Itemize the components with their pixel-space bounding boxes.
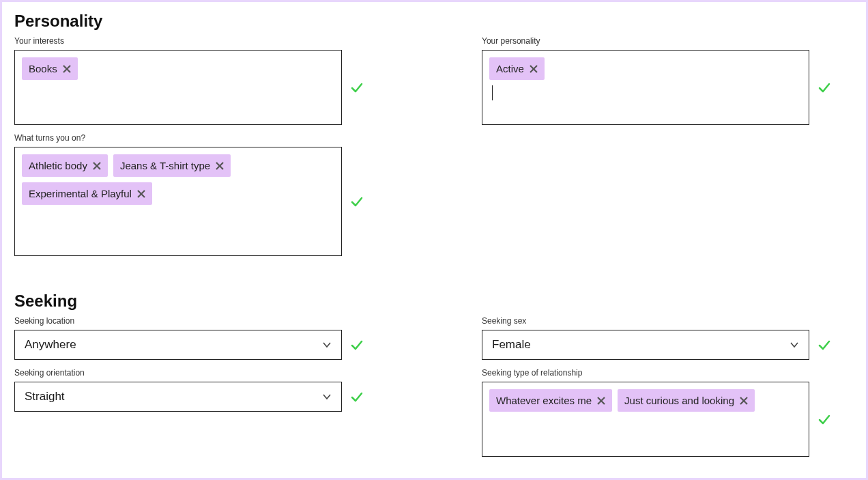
text-caret: [492, 85, 493, 100]
tag-label: Active: [496, 63, 524, 74]
seeking-orientation-select[interactable]: Straight: [14, 382, 342, 412]
select-value: Straight: [25, 390, 65, 404]
seeking-relationship-field: Seeking type of relationship Whatever ex…: [482, 368, 854, 457]
seeking-heading: Seeking: [14, 292, 854, 311]
select-value: Female: [492, 338, 531, 352]
turnson-tagbox[interactable]: Athletic body Jeans & T-shirt type Exper…: [14, 147, 342, 256]
seeking-grid: Seeking location Anywhere Seeking sex Fe…: [14, 316, 854, 465]
check-icon: [350, 338, 364, 352]
tag-just-curious[interactable]: Just curious and looking: [618, 389, 755, 412]
tag-books[interactable]: Books: [22, 57, 78, 80]
interests-tagbox[interactable]: Books: [14, 50, 342, 125]
turnson-field: What turns you on? Athletic body Jeans &…: [14, 133, 386, 256]
check-icon: [818, 81, 831, 94]
personality-field: Your personality Active: [482, 36, 854, 125]
tag-label: Athletic body: [29, 160, 87, 171]
tag-athletic-body[interactable]: Athletic body: [22, 154, 108, 177]
remove-icon[interactable]: [93, 162, 101, 170]
remove-icon[interactable]: [597, 397, 605, 405]
tag-active[interactable]: Active: [489, 57, 545, 80]
remove-icon[interactable]: [137, 190, 145, 198]
interests-label: Your interests: [14, 36, 386, 46]
seeking-relationship-tagbox[interactable]: Whatever excites me Just curious and loo…: [482, 382, 809, 457]
remove-icon[interactable]: [530, 65, 538, 73]
check-icon: [350, 195, 364, 208]
tag-jeans-tshirt[interactable]: Jeans & T-shirt type: [113, 154, 231, 177]
chevron-down-icon: [790, 340, 799, 350]
check-icon: [350, 81, 364, 94]
chevron-down-icon: [322, 392, 332, 401]
interests-field: Your interests Books: [14, 36, 386, 125]
select-value: Anywhere: [25, 338, 76, 352]
tag-label: Jeans & T-shirt type: [120, 160, 210, 171]
turnson-label: What turns you on?: [14, 133, 386, 143]
tag-label: Just curious and looking: [624, 395, 734, 406]
tag-experimental[interactable]: Experimental & Playful: [22, 182, 152, 205]
personality-heading: Personality: [14, 12, 854, 31]
seeking-sex-field: Seeking sex Female: [482, 316, 854, 360]
tag-whatever-excites[interactable]: Whatever excites me: [489, 389, 612, 412]
seeking-relationship-label: Seeking type of relationship: [482, 368, 854, 378]
seeking-location-field: Seeking location Anywhere: [14, 316, 386, 360]
tag-label: Whatever excites me: [496, 395, 592, 406]
remove-icon[interactable]: [216, 162, 224, 170]
check-icon: [818, 412, 831, 426]
seeking-orientation-field: Seeking orientation Straight: [14, 368, 386, 457]
seeking-location-select[interactable]: Anywhere: [14, 330, 342, 360]
seeking-location-label: Seeking location: [14, 316, 386, 326]
personality-label: Your personality: [482, 36, 854, 46]
tag-label: Books: [29, 63, 57, 74]
chevron-down-icon: [322, 340, 332, 350]
seeking-sex-label: Seeking sex: [482, 316, 854, 326]
personality-tagbox[interactable]: Active: [482, 50, 809, 125]
check-icon: [818, 338, 831, 352]
tag-label: Experimental & Playful: [29, 188, 132, 199]
check-icon: [350, 390, 364, 404]
remove-icon[interactable]: [740, 397, 748, 405]
form-panel: Personality Your interests Books Your pe…: [2, 2, 866, 478]
remove-icon[interactable]: [63, 65, 71, 73]
personality-grid: Your interests Books Your personality Ac…: [14, 36, 854, 264]
seeking-sex-select[interactable]: Female: [482, 330, 809, 360]
seeking-orientation-label: Seeking orientation: [14, 368, 386, 378]
